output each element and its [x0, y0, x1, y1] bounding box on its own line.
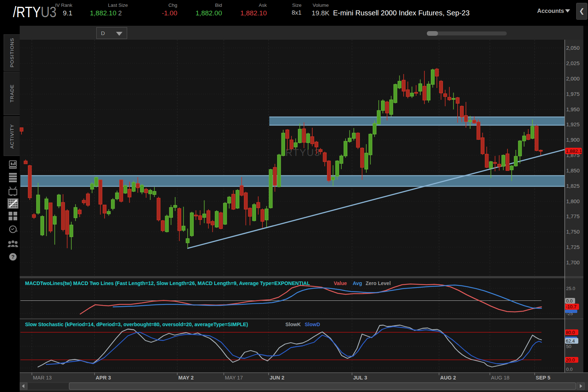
- svg-text:Value: Value: [334, 280, 347, 286]
- svg-text:0.0: 0.0: [566, 367, 573, 372]
- svg-text:Slow Stochastic (kPeriod=14, d: Slow Stochastic (kPeriod=14, dPeriod=3, …: [25, 322, 248, 327]
- svg-text:SlowK: SlowK: [285, 322, 301, 327]
- svg-text:APR 3: APR 3: [96, 375, 111, 381]
- svg-text:80.0: 80.0: [566, 330, 575, 335]
- svg-text:1,825: 1,825: [566, 183, 580, 189]
- svg-text:Zero Level: Zero Level: [366, 280, 391, 286]
- svg-text:?: ?: [11, 254, 14, 260]
- svg-text:1,800: 1,800: [566, 198, 580, 204]
- svg-text:2,000: 2,000: [566, 75, 580, 82]
- svg-text:AUG 2: AUG 2: [440, 375, 456, 381]
- svg-text:2,050: 2,050: [566, 45, 580, 51]
- svg-text:JUN 2: JUN 2: [270, 375, 284, 381]
- svg-text:JUL 3: JUL 3: [353, 375, 367, 381]
- svg-text:1,882.1: 1,882.1: [566, 148, 582, 154]
- svg-text:0.0: 0.0: [566, 298, 573, 304]
- svg-text:MAR 13: MAR 13: [33, 375, 52, 381]
- svg-text:MAY 17: MAY 17: [225, 375, 243, 381]
- svg-text:50: 50: [566, 344, 571, 349]
- svg-text:1,725: 1,725: [566, 244, 580, 250]
- svg-text:SlowD: SlowD: [305, 322, 320, 327]
- svg-text:2,025: 2,025: [566, 60, 580, 66]
- svg-text:-10.7: -10.7: [566, 304, 577, 309]
- svg-text:1,975: 1,975: [566, 91, 580, 97]
- svg-text:1,900: 1,900: [566, 137, 580, 143]
- svg-text:MAY 2: MAY 2: [178, 375, 194, 381]
- svg-text:MACDTwoLines(tw) MACD Two Line: MACDTwoLines(tw) MACD Two Lines (Fast Le…: [25, 280, 310, 286]
- svg-text:1,925: 1,925: [566, 121, 580, 127]
- svg-text:1,775: 1,775: [566, 213, 580, 219]
- svg-text:AUG 18: AUG 18: [491, 375, 510, 381]
- svg-text:1,850: 1,850: [566, 167, 580, 173]
- svg-text:SEP 5: SEP 5: [536, 375, 550, 381]
- svg-text:20.0: 20.0: [566, 357, 575, 363]
- svg-text:1,750: 1,750: [566, 229, 580, 235]
- svg-text:Avg: Avg: [353, 280, 362, 286]
- svg-text:25.0: 25.0: [566, 286, 575, 291]
- svg-text:1,700: 1,700: [566, 259, 580, 265]
- svg-text:62.4: 62.4: [566, 338, 575, 344]
- svg-text:1,950: 1,950: [566, 106, 580, 112]
